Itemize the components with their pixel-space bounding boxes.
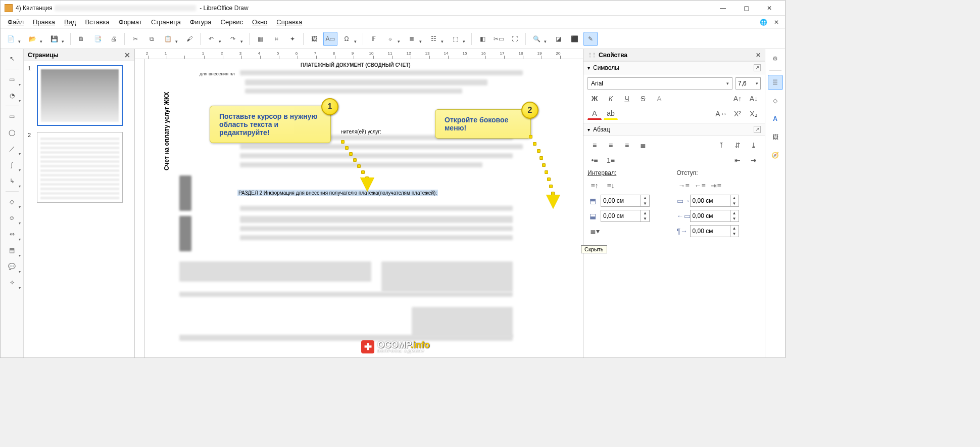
page-thumb-1[interactable] [37,65,123,126]
italic-button[interactable]: К [604,93,618,105]
clone-format-button[interactable]: 🖌 [182,32,197,46]
increase-spacing-button[interactable]: ≡↑ [587,180,602,192]
distribute-button[interactable]: ⬚ [448,32,462,46]
bold-button[interactable]: Ж [587,93,602,105]
print-button[interactable]: 🖨 [107,32,121,46]
decrease-font-button[interactable]: A↓ [747,93,761,105]
crop-button[interactable]: ✂▭ [492,32,506,46]
sidebar-tab-properties[interactable]: ☰ [768,75,783,90]
subscript-button[interactable]: X₂ [747,108,761,120]
section-characters-more-icon[interactable]: ↗ [754,64,761,71]
sidebar-tab-navigator[interactable]: 🧭 [768,148,783,163]
sidebar-tab-shapes[interactable]: ◇ [768,93,783,108]
menu-file[interactable]: Файл [4,17,28,27]
indent-after-input[interactable]: ▲▼ [690,210,739,222]
open-button[interactable]: 📂 [25,32,39,46]
select-tool[interactable]: ↖ [4,51,21,66]
align-justify-button[interactable]: ≣ [636,139,650,151]
glue-button[interactable]: ✦ [285,32,300,46]
minimize-button[interactable]: — [711,1,734,16]
underline-button[interactable]: Ч [620,93,634,105]
sidebar-tab-styles[interactable]: A [768,111,783,126]
maximize-button[interactable]: ▢ [734,1,758,16]
decrease-indent-button[interactable]: ⇤ [730,154,745,166]
page-viewport[interactable]: Счет на оплату услуг ЖКХ ПЛАТЕЖНЫЙ ДОКУМ… [145,59,583,357]
section-characters-header[interactable]: ▾Символы ↗ [583,61,765,74]
strikethrough-button[interactable]: S [636,93,650,105]
connector-tool[interactable]: ↳▾ [4,173,21,189]
align-objects-button[interactable]: ≣ [405,32,419,46]
menu-edit[interactable]: Правка [29,17,59,27]
align-center-button[interactable]: ≡ [604,139,618,151]
image-button[interactable]: 🖼 [307,32,321,46]
grid-button[interactable]: ▦ [253,32,267,46]
increase-indent-button[interactable]: ⇥ [747,154,761,166]
cut-button[interactable]: ✂ [128,32,142,46]
menu-window[interactable]: Окно [248,17,271,27]
space-below-input[interactable]: ▲▼ [601,210,650,222]
new-button[interactable]: 📄 [4,32,18,46]
superscript-button[interactable]: X² [730,108,745,120]
special-char-button[interactable]: Ω [339,32,354,46]
increase-font-button[interactable]: A↑ [730,93,745,105]
vertical-ruler[interactable] [135,59,145,357]
menu-help[interactable]: Справка [272,17,306,27]
align-right-button[interactable]: ≡ [620,139,634,151]
line-spacing-button[interactable]: ≣▾ [587,225,602,237]
line-tool[interactable]: ／▾ [4,141,21,156]
export-button[interactable]: 🗎 [74,32,88,46]
indent-increase-button[interactable]: →≡ [677,180,691,192]
basic-shapes-tool[interactable]: ◇▾ [4,194,21,209]
ellipse-tool[interactable]: ◯ [4,125,21,140]
zoom-button[interactable]: 🔍 [529,32,544,46]
rectangle-tool[interactable]: ▭ [4,109,21,124]
font-color-button[interactable]: A [587,108,602,120]
extrusion-button[interactable]: ◪ [551,32,565,46]
pages-panel-close-icon[interactable]: ✕ [124,51,130,59]
section-paragraph-header[interactable]: ▾Абзац ↗ [583,123,765,136]
export-pdf-button[interactable]: 📑 [90,32,105,46]
flowchart-tool[interactable]: ▤▾ [4,243,21,258]
horizontal-ruler[interactable]: 211234567891011121314151617181920 [135,49,583,59]
number-list-button[interactable]: 1≡ [604,154,618,166]
line-color-tool[interactable]: ▭▾ [4,72,21,87]
redo-button[interactable]: ↷ [226,32,240,46]
arrow-shapes-tool[interactable]: ⇔▾ [4,227,21,242]
fontwork-button[interactable]: 𝔽 [367,32,381,46]
close-doc-icon[interactable]: ✕ [771,17,782,28]
align-left-button[interactable]: ≡ [587,139,602,151]
save-button[interactable]: 💾 [47,32,61,46]
copy-button[interactable]: ⧉ [144,32,159,46]
symbol-shapes-tool[interactable]: ☺▾ [4,210,21,226]
valign-middle-button[interactable]: ⇵ [730,139,745,151]
menu-format[interactable]: Формат [115,17,146,27]
draw-functions-button[interactable]: ✎ [583,32,598,46]
transform-button[interactable]: ⟐ [383,32,397,46]
undo-button[interactable]: ↶ [204,32,218,46]
highlight-color-button[interactable]: ab [604,108,618,120]
font-size-select[interactable]: 7,6▾ [736,77,761,90]
section-paragraph-more-icon[interactable]: ↗ [754,126,761,133]
menu-view[interactable]: Вид [60,17,80,27]
space-above-input[interactable]: ▲▼ [601,195,650,207]
fill-color-tool[interactable]: ◔▾ [4,88,21,103]
indent-decrease-button[interactable]: ←≡ [693,180,707,192]
page-thumb-2[interactable] [37,132,123,203]
decrease-spacing-button[interactable]: ≡↓ [604,180,618,192]
callout-tool[interactable]: 💬▾ [4,259,21,274]
bullet-list-button[interactable]: •≡ [587,154,602,166]
globe-icon[interactable]: 🌐 [758,17,769,28]
close-button[interactable]: ✕ [758,1,781,16]
filter-button[interactable]: ⛶ [508,32,522,46]
valign-top-button[interactable]: ⤒ [714,139,728,151]
shadow-button[interactable]: ◧ [475,32,489,46]
indent-first-input[interactable]: ▲▼ [690,225,739,237]
textbox-button[interactable]: A▭ [323,32,337,46]
properties-close-icon[interactable]: ✕ [756,52,761,59]
indent-before-input[interactable]: ▲▼ [690,195,739,207]
hanging-indent-button[interactable]: ⇥≡ [709,180,723,192]
paste-button[interactable]: 📋 [161,32,175,46]
valign-bottom-button[interactable]: ⤓ [747,139,761,151]
stars-tool[interactable]: ✧▾ [4,275,21,290]
curve-tool[interactable]: ∫▾ [4,157,21,172]
